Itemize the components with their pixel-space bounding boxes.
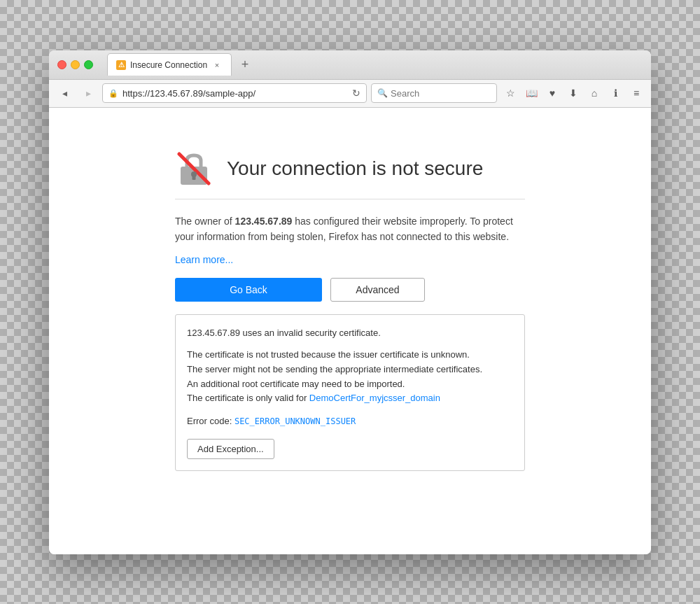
active-tab[interactable]: ⚠ Insecure Connection × [107,53,232,76]
search-input[interactable] [391,88,508,99]
cert-details: The certificate is not trusted because t… [187,348,513,406]
tab-title: Insecure Connection [130,60,207,70]
download-button[interactable]: ⬇ [564,84,582,102]
reading-list-button[interactable]: 📖 [522,84,540,102]
search-icon: 🔍 [377,88,388,98]
search-bar[interactable]: 🔍 [371,83,497,103]
close-button[interactable] [57,60,66,69]
address-lock-icon: 🔒 [108,89,118,98]
bookmark-button[interactable]: ☆ [501,84,519,102]
maximize-button[interactable] [84,60,93,69]
traffic-lights [57,60,93,69]
go-back-button[interactable]: Go Back [175,278,322,302]
home-button[interactable]: ⌂ [585,84,603,102]
broken-lock-icon [175,150,213,188]
tab-close-button[interactable]: × [211,59,223,71]
minimize-button[interactable] [71,60,80,69]
title-bar: ⚠ Insecure Connection × + [49,50,651,80]
info-button[interactable]: ℹ [606,84,624,102]
reload-button[interactable]: ↻ [352,87,360,99]
error-description: The owner of 123.45.67.89 has configured… [175,213,525,245]
nav-bar: ◂ ▸ 🔒 ↻ 🔍 ☆ 📖 ♥ ⬇ ⌂ ℹ ≡ [49,80,651,108]
cert-error-text: 123.45.67.89 uses an invalid security ce… [187,326,513,341]
error-title: Your connection is not secure [227,157,483,181]
address-bar[interactable]: 🔒 ↻ [102,83,367,103]
page-content: Your connection is not secure The owner … [49,108,651,554]
new-tab-button[interactable]: + [236,55,254,73]
error-host: 123.45.67.89 [235,216,293,227]
button-row: Go Back Advanced [175,278,525,302]
error-header: Your connection is not secure [175,150,525,199]
error-container: Your connection is not secure The owner … [175,150,525,472]
address-input[interactable] [122,88,348,99]
browser-window: ⚠ Insecure Connection × + ◂ ▸ 🔒 ↻ 🔍 ☆ 📖 [49,50,651,554]
back-icon: ◂ [62,87,67,99]
error-code-link[interactable]: SEC_ERROR_UNKNOWN_ISSUER [234,416,356,426]
advanced-button[interactable]: Advanced [330,278,425,302]
advanced-panel: 123.45.67.89 uses an invalid security ce… [175,314,525,471]
forward-button[interactable]: ▸ [78,83,98,103]
add-exception-button[interactable]: Add Exception... [187,439,274,459]
back-button[interactable]: ◂ [55,83,74,103]
tab-bar: ⚠ Insecure Connection × + [107,53,643,76]
cert-domain-link[interactable]: DemoCertFor_myjcsser_domain [309,393,440,403]
learn-more-link[interactable]: Learn more... [175,254,525,265]
tab-warning-icon: ⚠ [116,60,126,70]
forward-icon: ▸ [86,87,91,99]
nav-icons: ☆ 📖 ♥ ⬇ ⌂ ℹ ≡ [501,84,645,102]
error-code-line: Error code: SEC_ERROR_UNKNOWN_ISSUER [187,414,513,429]
menu-button[interactable]: ≡ [627,84,645,102]
pocket-button[interactable]: ♥ [543,84,561,102]
svg-rect-3 [192,174,196,180]
